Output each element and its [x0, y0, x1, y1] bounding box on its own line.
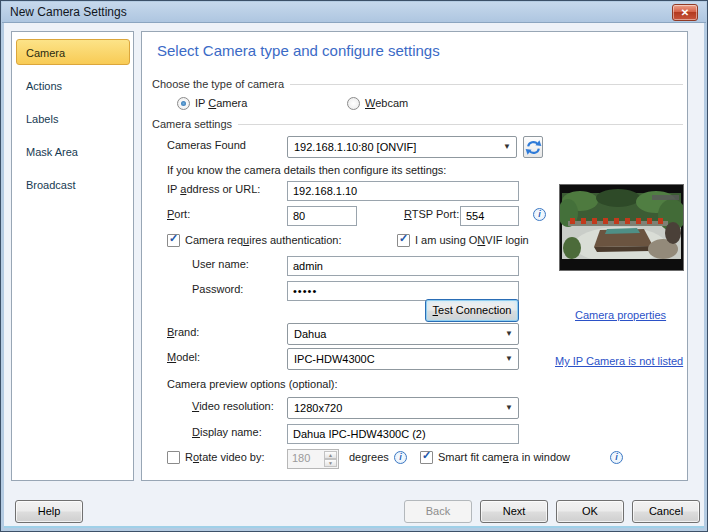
cameras-found-value: 192.168.1.10:80 [ONVIF]: [294, 141, 416, 153]
ok-label: OK: [582, 505, 598, 517]
group-label: Choose the type of camera: [152, 78, 284, 90]
stepper-up-icon[interactable]: ▲: [324, 451, 337, 459]
rotate-degrees-stepper[interactable]: 180 ▲ ▼: [287, 449, 339, 469]
video-resolution-label: Video resolution:: [192, 400, 274, 412]
smart-fit-checkbox[interactable]: ✓: [420, 451, 433, 464]
next-button[interactable]: Next: [480, 500, 548, 523]
help-label: Help: [38, 505, 61, 517]
sidebar-item-label: Actions: [26, 80, 62, 92]
ip-camera-radio[interactable]: [177, 97, 190, 110]
auth-checkbox-label[interactable]: Camera requires authentication:: [185, 234, 342, 246]
sidebar-item-label: Labels: [26, 113, 58, 125]
password-label: Password:: [192, 283, 243, 295]
camera-settings-group-header: Camera settings: [152, 118, 683, 130]
chevron-down-icon: ▼: [505, 349, 513, 369]
cancel-button[interactable]: Cancel: [632, 500, 700, 523]
camera-type-group-header: Choose the type of camera: [152, 78, 683, 90]
sidebar-item-labels[interactable]: Labels: [16, 105, 130, 131]
details-hint: If you know the camera details then conf…: [167, 164, 446, 176]
onvif-checkbox-label[interactable]: I am using ONVIF login: [415, 234, 529, 246]
radio-dot: [181, 101, 186, 106]
video-resolution-dropdown[interactable]: 1280x720 ▼: [287, 397, 519, 419]
chevron-down-icon: ▼: [503, 137, 511, 157]
model-label: Model:: [167, 351, 200, 363]
auth-checkbox[interactable]: ✓: [167, 234, 180, 247]
cameras-found-label: Cameras Found: [167, 139, 246, 151]
rtsp-port-label: RTSP Port:: [404, 208, 459, 220]
username-label: User name:: [192, 258, 249, 270]
rotate-checkbox-label[interactable]: Rotate video by:: [185, 451, 265, 463]
stepper-down-icon[interactable]: ▼: [324, 459, 337, 467]
password-field[interactable]: •••••: [287, 281, 519, 301]
brand-row: Brand: Dahua ▼: [142, 323, 687, 345]
rotate-degrees-value: 180: [292, 452, 310, 464]
refresh-icon: [525, 139, 542, 156]
port-label: Port:: [167, 208, 190, 220]
ip-address-label: IP address or URL:: [167, 183, 260, 195]
smart-fit-info-icon: i: [610, 451, 623, 464]
sidebar-item-label: Broadcast: [26, 179, 76, 191]
close-button[interactable]: ✕: [672, 4, 698, 21]
title-bar[interactable]: New Camera Settings ✕: [2, 2, 706, 23]
stepper-buttons[interactable]: ▲ ▼: [324, 451, 337, 467]
video-resolution-value: 1280x720: [294, 402, 342, 414]
camera-preview-image: [559, 184, 684, 271]
camera-properties-link[interactable]: Camera properties: [575, 309, 666, 321]
rotate-checkbox[interactable]: [167, 451, 180, 464]
camera-type-row: IP Camera Webcam: [142, 94, 687, 116]
check-icon: ✓: [422, 449, 431, 462]
camera-preview-photo: [560, 185, 683, 270]
sidebar: Camera Actions Labels Mask Area Broadcas…: [11, 31, 134, 481]
video-resolution-row: Video resolution: 1280x720 ▼: [142, 397, 687, 419]
check-icon: ✓: [399, 232, 408, 245]
username-field[interactable]: admin: [287, 256, 519, 276]
sidebar-item-label: Mask Area: [26, 146, 78, 158]
rotate-row: Rotate video by: 180 ▲ ▼ degrees i ✓ Sma…: [142, 448, 687, 470]
next-label: Next: [503, 505, 526, 517]
degrees-label: degrees: [349, 451, 389, 463]
model-dropdown[interactable]: IPC-HDW4300C ▼: [287, 348, 519, 370]
display-name-row: Display name: Dahua IPC-HDW4300C (2): [142, 423, 687, 445]
ip-address-field[interactable]: 192.168.1.10: [287, 181, 519, 201]
group-label: Camera settings: [152, 118, 232, 130]
refresh-cameras-button[interactable]: [523, 136, 543, 158]
cameras-found-row: Cameras Found 192.168.1.10:80 [ONVIF] ▼: [142, 136, 687, 158]
cameras-found-dropdown[interactable]: 192.168.1.10:80 [ONVIF] ▼: [287, 136, 517, 158]
onvif-checkbox[interactable]: ✓: [397, 234, 410, 247]
brand-value: Dahua: [294, 328, 326, 340]
rtsp-port-field[interactable]: 554: [460, 206, 519, 226]
test-connection-label: Test Connection: [433, 304, 512, 316]
degrees-info-icon: i: [394, 451, 407, 464]
sidebar-item-camera[interactable]: Camera: [16, 39, 130, 65]
close-icon: ✕: [681, 7, 689, 18]
brand-dropdown[interactable]: Dahua ▼: [287, 323, 519, 345]
model-value: IPC-HDW4300C: [294, 353, 375, 365]
window-title: New Camera Settings: [10, 5, 127, 19]
smart-fit-checkbox-label[interactable]: Smart fit camera in window: [438, 451, 570, 463]
help-button[interactable]: Help: [15, 500, 83, 523]
check-icon: ✓: [169, 232, 178, 245]
ip-camera-radio-label[interactable]: IP Camera: [195, 97, 247, 109]
ok-button[interactable]: OK: [556, 500, 624, 523]
chevron-down-icon: ▼: [505, 324, 513, 344]
display-name-field[interactable]: Dahua IPC-HDW4300C (2): [287, 424, 519, 444]
new-camera-settings-dialog: New Camera Settings ✕ Camera Actions Lab…: [0, 0, 708, 532]
page-title: Select Camera type and configure setting…: [157, 42, 440, 59]
port-field[interactable]: 80: [287, 206, 357, 226]
rtsp-info-icon: i: [533, 208, 546, 221]
sidebar-item-broadcast[interactable]: Broadcast: [16, 171, 130, 197]
test-connection-button[interactable]: Test Connection: [425, 299, 519, 322]
camera-not-listed-link[interactable]: My IP Camera is not listed: [555, 355, 683, 367]
back-button: Back: [404, 500, 472, 523]
sidebar-item-mask-area[interactable]: Mask Area: [16, 138, 130, 164]
main-panel: Select Camera type and configure setting…: [141, 31, 688, 481]
preview-options-row: Camera preview options (optional):: [142, 375, 687, 397]
back-label: Back: [426, 505, 450, 517]
webcam-radio[interactable]: [347, 97, 360, 110]
preview-options-label: Camera preview options (optional):: [167, 378, 338, 390]
sidebar-item-actions[interactable]: Actions: [16, 72, 130, 98]
sidebar-item-label: Camera: [26, 47, 65, 59]
webcam-radio-label[interactable]: Webcam: [365, 97, 408, 109]
chevron-down-icon: ▼: [505, 398, 513, 418]
cancel-label: Cancel: [649, 505, 683, 517]
